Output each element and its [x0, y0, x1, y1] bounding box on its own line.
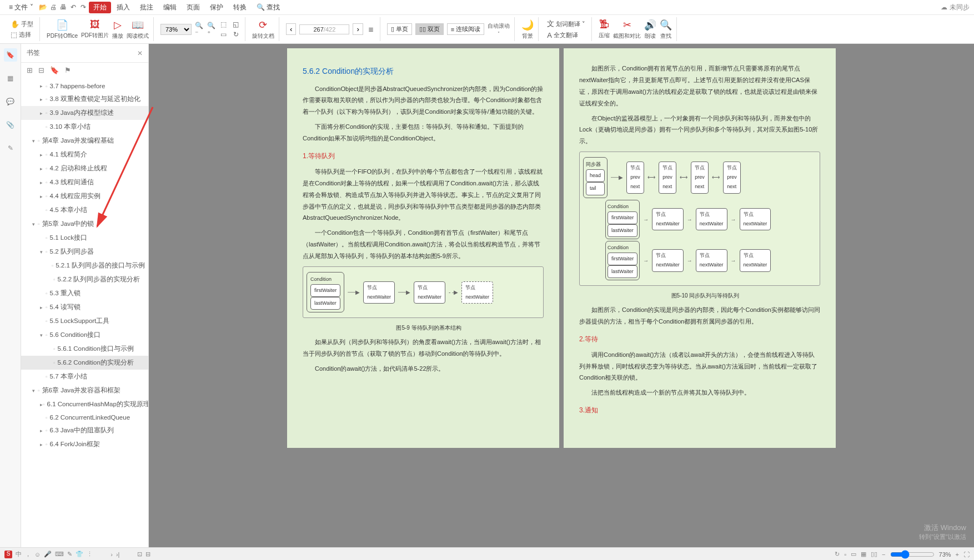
bookmark-item[interactable]: ▾▫第4章 Java并发编程基础: [21, 134, 148, 148]
bookmark-item[interactable]: ▫5.3 重入锁: [21, 286, 148, 300]
refresh-icon[interactable]: ↻: [835, 551, 840, 558]
search-menu[interactable]: 🔍 查找: [252, 2, 284, 13]
status-zoom-in[interactable]: +: [956, 551, 959, 558]
bookmark-item[interactable]: ▸▫5.4 读写锁: [21, 300, 148, 314]
expand-icon[interactable]: ▸: [40, 305, 46, 310]
zoom-in-icon[interactable]: 🔍⁺: [207, 25, 216, 34]
view3-icon[interactable]: ▦: [861, 551, 866, 558]
document-viewport[interactable]: 5.6.2 Condition的实现分析 ConditionObject是同步器…: [149, 44, 974, 547]
read-mode[interactable]: 📖阅读模式: [127, 19, 149, 40]
view1-icon[interactable]: ▫: [844, 551, 846, 558]
double-page[interactable]: ▯▯ 双页: [415, 23, 444, 35]
bookmark-item[interactable]: ▸▫3.9 Java内存模型综述: [21, 106, 148, 120]
bookmark-item[interactable]: ▸▫6.3 Java中的阻塞队列: [21, 423, 148, 437]
expand-icon[interactable]: ▸: [40, 83, 46, 89]
bookmark-item[interactable]: ▸▫3.7 happens-before: [21, 80, 148, 92]
thumbnail-tab[interactable]: ▦: [4, 72, 17, 85]
bookmark-item[interactable]: ▸▫4.4 线程应用实例: [21, 189, 148, 203]
view4-icon[interactable]: ▯▯: [871, 551, 877, 558]
zoom-slider[interactable]: [890, 550, 935, 559]
compress-button[interactable]: 🗜压缩: [599, 19, 610, 39]
keyboard-icon[interactable]: ⌨: [55, 551, 64, 558]
bookmark-tree[interactable]: ▸▫3.7 happens-before▸▫3.8 双重检查锁定与延迟初始化▸▫…: [21, 78, 148, 547]
single-page[interactable]: ▯ 单页: [387, 23, 412, 35]
bookmark-item[interactable]: ▫5.2.1 队列同步器的接口与示例: [21, 259, 148, 273]
background-button[interactable]: 🌙背景: [521, 19, 534, 40]
bookmark-item[interactable]: ▫5.2.2 队列同步器的实现分析: [21, 273, 148, 286]
expand-all-icon[interactable]: ⊞: [27, 66, 33, 74]
nav-end-icon[interactable]: ›|: [116, 551, 120, 558]
bookmark-item[interactable]: ▸▫4.2 启动和终止线程: [21, 162, 148, 175]
status-zoom-out[interactable]: −: [882, 551, 885, 558]
next-page[interactable]: ›: [353, 23, 363, 35]
hand-tool[interactable]: ✋手型: [9, 19, 35, 29]
tab-protect[interactable]: 保护: [205, 2, 228, 13]
emoji-icon[interactable]: ☺: [34, 551, 41, 558]
bookmark-item[interactable]: ▫3.10 本章小结: [21, 120, 148, 134]
add-bookmark-icon[interactable]: 🔖: [50, 66, 59, 74]
bookmark-item[interactable]: ▾▫第6章 Java并发容器和框架: [21, 384, 148, 397]
full-translate[interactable]: A全文翻译: [545, 31, 587, 40]
page-list-icon[interactable]: ≣: [366, 25, 375, 34]
page-input[interactable]: 267/422: [299, 24, 349, 34]
bookmark-item[interactable]: ▫5.6.2 Condition的实现分析: [21, 356, 148, 370]
continuous-read[interactable]: ≡ 连续阅读: [447, 23, 484, 35]
menu-file[interactable]: ≡ 文件 ˅: [4, 2, 38, 13]
tool2-icon[interactable]: 👕: [76, 551, 83, 558]
pdf-to-image[interactable]: 🖼PDF转图片: [81, 19, 109, 39]
attachment-tab[interactable]: 📎: [4, 118, 17, 132]
ime-icon[interactable]: S: [4, 551, 12, 558]
bookmark-item[interactable]: ▸▫6.4 Fork/Join框架: [21, 437, 148, 451]
open-icon[interactable]: 📂: [39, 3, 48, 12]
save-icon[interactable]: 🖨: [49, 3, 58, 12]
partial-translate[interactable]: 文划词翻译 ˅: [545, 18, 587, 29]
bookmark-item[interactable]: ▾▫5.2 队列同步器: [21, 245, 148, 259]
expand-icon[interactable]: ▾: [32, 221, 38, 227]
collapse-all-icon[interactable]: ⊟: [38, 66, 44, 74]
expand-icon[interactable]: ▸: [40, 97, 46, 102]
bookmark-item[interactable]: ▸▫6.1 ConcurrentHashMap的实现原理与使用: [21, 397, 148, 411]
zoom-out-icon[interactable]: 🔍⁻: [195, 25, 204, 34]
mode1-icon[interactable]: ⊡: [137, 551, 142, 558]
expand-icon[interactable]: ▾: [32, 388, 38, 393]
expand-icon[interactable]: ▾: [32, 138, 38, 144]
auto-scroll[interactable]: 自动滚动˅: [488, 22, 510, 36]
undo-icon[interactable]: ↶: [69, 3, 78, 12]
pdf-to-office[interactable]: 📄PDF转Office: [47, 19, 78, 40]
bookmark-item[interactable]: ▸▫3.8 双重检查锁定与延迟初始化: [21, 92, 148, 106]
expand-icon[interactable]: ▾: [40, 332, 46, 338]
bookmark-item[interactable]: ▸▫4.3 线程间通信: [21, 175, 148, 189]
compare-button[interactable]: ✂截图和对比: [613, 19, 641, 40]
expand-icon[interactable]: ▸: [40, 166, 46, 171]
redo-icon[interactable]: ↷: [79, 3, 88, 12]
expand-icon[interactable]: ▸: [40, 152, 46, 158]
view2-icon[interactable]: ▭: [851, 551, 856, 558]
sync-status[interactable]: ☁ 未同步: [941, 3, 970, 12]
zoom-select[interactable]: 73%: [160, 24, 192, 35]
expand-icon[interactable]: ▾: [40, 249, 46, 255]
bookmark-item[interactable]: ▫5.1 Lock接口: [21, 231, 148, 245]
mode2-icon[interactable]: ⊟: [145, 551, 150, 558]
expand-icon[interactable]: ▸: [40, 428, 46, 433]
expand-icon[interactable]: ▸: [40, 194, 46, 199]
tab-convert[interactable]: 转换: [229, 2, 251, 13]
bookmark-item[interactable]: ▫6.2 ConcurrentLinkedQueue: [21, 411, 148, 423]
tab-page[interactable]: 页面: [182, 2, 204, 13]
bookmark-tab[interactable]: 🔖: [4, 48, 17, 62]
punct-icon[interactable]: ，: [25, 550, 31, 558]
mic-icon[interactable]: 🎤: [44, 551, 52, 558]
close-icon[interactable]: ✕: [137, 49, 143, 57]
expand-icon[interactable]: ▸: [40, 110, 46, 116]
draw-tab[interactable]: ✎: [4, 142, 17, 155]
comment-tab[interactable]: 💬: [4, 95, 17, 108]
print-icon[interactable]: 🖶: [59, 3, 68, 12]
rotate-button[interactable]: ⟳旋转文档: [252, 19, 274, 40]
play-button[interactable]: ▷播放: [112, 19, 123, 40]
find-button[interactable]: 🔍查找: [660, 19, 672, 40]
bookmark-item[interactable]: ▫4.5 本章小结: [21, 203, 148, 217]
tab-insert[interactable]: 插入: [112, 2, 134, 13]
prev-page[interactable]: ‹: [286, 23, 296, 35]
bookmark-item[interactable]: ▾▫第5章 Java中的锁: [21, 217, 148, 231]
tool3-icon[interactable]: ⋮: [87, 551, 93, 558]
select-tool[interactable]: ⬚选择: [9, 30, 35, 39]
